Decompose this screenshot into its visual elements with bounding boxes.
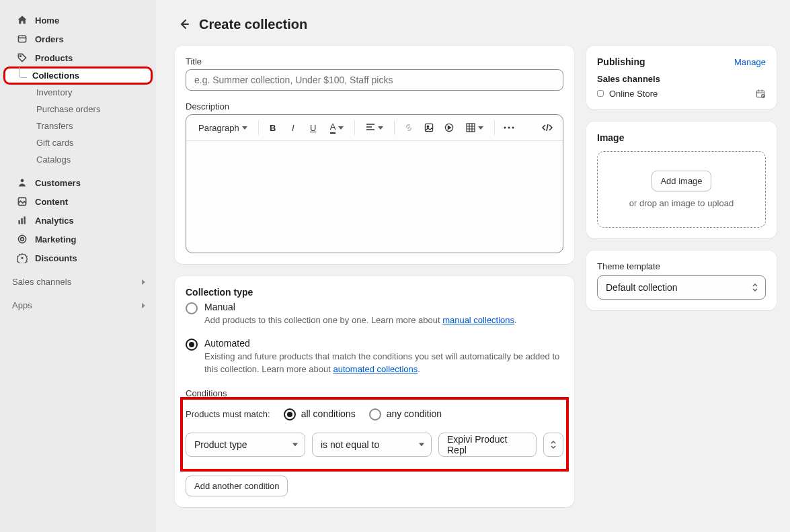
sidebar-item-discounts[interactable]: Discounts — [4, 249, 152, 267]
rte-table-button[interactable] — [461, 119, 489, 136]
condition-row: Product type is not equal to Expivi Prod… — [184, 433, 565, 457]
rte-paragraph-label: Paragraph — [198, 123, 239, 133]
add-condition-button[interactable]: Add another condition — [186, 476, 288, 496]
sidebar-item-home[interactable]: Home — [4, 11, 152, 30]
rte-underline-button[interactable]: U — [305, 119, 322, 136]
conditions-heading: Conditions — [186, 388, 563, 398]
back-button[interactable] — [175, 15, 194, 34]
radio-automated-help: Existing and future products that match … — [204, 350, 563, 376]
rte-html-button[interactable] — [539, 119, 556, 136]
nav-label: Content — [35, 197, 68, 207]
svg-point-7 — [18, 235, 26, 242]
content-icon — [16, 195, 28, 208]
section-label: Apps — [12, 300, 32, 310]
theme-template-value: Default collection — [606, 282, 678, 293]
rte-link-button[interactable] — [400, 119, 418, 136]
manage-link[interactable]: Manage — [734, 57, 766, 67]
nav-label: Analytics — [35, 216, 74, 226]
rte-color-button[interactable]: A — [325, 119, 350, 136]
rte-align-button[interactable] — [360, 119, 389, 136]
radio-any-condition[interactable]: any condition — [369, 408, 442, 420]
svg-rect-5 — [21, 218, 22, 224]
nav-label: Marketing — [35, 234, 76, 245]
sidebar-item-purchase-orders[interactable]: Purchase orders — [4, 101, 152, 118]
radio-all-input[interactable] — [284, 408, 296, 420]
sidebar-item-catalogs[interactable]: Catalogs — [4, 151, 152, 168]
chevron-down-icon — [338, 126, 344, 130]
condition-value-input[interactable]: Expivi Product Repl — [438, 433, 537, 457]
nav-label: Orders — [35, 34, 64, 44]
rte-more-button[interactable] — [500, 119, 518, 136]
radio-automated-input[interactable] — [186, 339, 198, 351]
svg-rect-4 — [18, 220, 19, 224]
condition-browse-button[interactable] — [543, 433, 563, 457]
svg-point-15 — [508, 127, 510, 129]
svg-rect-0 — [18, 36, 26, 42]
tree-elbow-icon — [19, 67, 27, 78]
radio-any-input[interactable] — [369, 408, 381, 420]
condition-field-value: Product type — [194, 439, 247, 450]
sort-icon — [752, 283, 758, 292]
nav-label: Transfers — [36, 121, 73, 131]
sales-channel-row: Online Store — [597, 88, 766, 99]
sidebar-item-analytics[interactable]: Analytics — [4, 211, 152, 230]
title-input[interactable] — [186, 69, 563, 91]
sidebar-item-gift-cards[interactable]: Gift cards — [4, 134, 152, 151]
sidebar-item-marketing[interactable]: Marketing — [4, 230, 152, 249]
nav-label: Catalogs — [36, 154, 71, 165]
rte-video-button[interactable] — [440, 119, 458, 136]
svg-point-1 — [20, 56, 22, 57]
image-dropzone[interactable]: Add image or drop an image to upload — [597, 151, 766, 228]
radio-all-label: all conditions — [301, 408, 356, 419]
manual-collections-link[interactable]: manual collections — [442, 315, 514, 325]
sidebar-item-inventory[interactable]: Inventory — [4, 84, 152, 101]
sidebar-item-content[interactable]: Content — [4, 192, 152, 211]
radio-automated[interactable]: Automated Existing and future products t… — [186, 338, 563, 376]
schedule-icon[interactable] — [755, 88, 766, 99]
sidebar-section-sales-channels[interactable]: Sales channels — [0, 273, 156, 291]
rte-container: Paragraph B I U A — [186, 114, 563, 253]
svg-point-14 — [504, 127, 506, 129]
separator — [494, 120, 495, 135]
svg-point-11 — [428, 126, 429, 127]
description-editor[interactable] — [186, 141, 563, 253]
sidebar-item-customers[interactable]: Customers — [4, 173, 152, 192]
rte-image-button[interactable] — [420, 119, 438, 136]
condition-operator-value: is not equal to — [321, 439, 379, 450]
rte-bold-button[interactable]: B — [264, 119, 282, 136]
chevron-down-icon — [419, 443, 424, 446]
arrow-left-icon — [177, 17, 191, 31]
image-icon — [424, 122, 434, 133]
code-icon — [541, 123, 553, 132]
sidebar-section-apps[interactable]: Apps — [0, 296, 156, 314]
nav-label: Home — [35, 15, 59, 26]
automated-collections-link[interactable]: automated collections — [333, 364, 418, 374]
sidebar-item-products[interactable]: Products — [4, 48, 152, 67]
products-icon — [16, 52, 28, 64]
add-image-button[interactable]: Add image — [651, 171, 711, 191]
rte-paragraph-dropdown[interactable]: Paragraph — [193, 119, 253, 136]
sidebar-item-transfers[interactable]: Transfers — [4, 118, 152, 134]
sidebar: Home Orders Products Collections Invento… — [0, 0, 156, 532]
condition-field-select[interactable]: Product type — [186, 433, 305, 457]
radio-manual[interactable]: Manual Add products to this collection o… — [186, 302, 563, 327]
radio-automated-label: Automated — [204, 338, 563, 349]
sidebar-item-collections[interactable]: Collections — [4, 67, 152, 84]
radio-all-conditions[interactable]: all conditions — [284, 408, 356, 420]
radio-any-label: any condition — [387, 408, 442, 419]
svg-point-9 — [21, 257, 23, 259]
condition-operator-select[interactable]: is not equal to — [312, 433, 432, 457]
svg-rect-6 — [24, 216, 25, 224]
drop-help-text: or drop an image to upload — [629, 198, 734, 208]
nav-label: Products — [35, 53, 73, 63]
link-icon — [403, 122, 414, 133]
video-icon — [444, 122, 455, 133]
sidebar-item-orders[interactable]: Orders — [4, 30, 152, 48]
theme-template-select[interactable]: Default collection — [597, 275, 766, 300]
svg-point-2 — [21, 179, 24, 182]
nav-label: Discounts — [35, 253, 77, 263]
radio-manual-input[interactable] — [186, 302, 198, 314]
svg-rect-13 — [467, 124, 475, 132]
rte-italic-button[interactable]: I — [284, 119, 302, 136]
online-store-label: Online Store — [609, 89, 658, 99]
